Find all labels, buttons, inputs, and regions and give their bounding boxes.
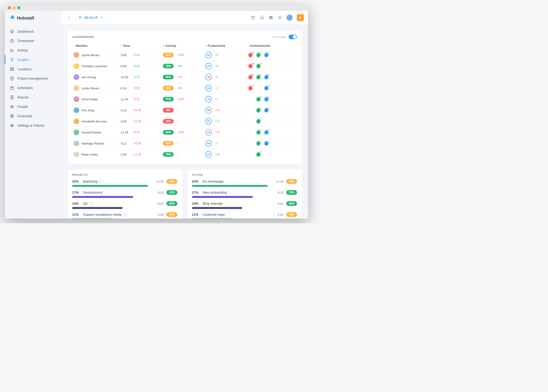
project-name: Fix homepage	[203, 180, 224, 183]
sidebar-item-schedules[interactable]: Schedules›	[5, 83, 61, 93]
project-item[interactable]: 14%QA$8:4265%	[72, 199, 177, 209]
popout-icon: ↗	[100, 16, 103, 20]
time-value: 14:00	[121, 76, 130, 79]
billable-icon: $	[99, 180, 103, 183]
sidebar-item-activity[interactable]: Activity›	[5, 46, 61, 55]
close-window-button[interactable]	[8, 6, 11, 9]
leaderboard-row[interactable]: Peter Jones2:35↓ 12:3075%=62↑ 131	[72, 149, 297, 160]
chevron-right-icon: ›	[55, 96, 56, 99]
todos-title: TO-DOS	[192, 174, 297, 176]
clock-icon	[10, 39, 14, 43]
timer-widget[interactable]: 02:44:15 ↗	[76, 14, 105, 21]
sidebar-item-people[interactable]: People›	[5, 102, 61, 111]
col-achievements[interactable]: ▾Achievements	[247, 44, 292, 48]
member-name: Peter Jones	[82, 153, 98, 156]
member-name: Santiago Ramos	[82, 142, 104, 145]
project-percent: 17%	[72, 191, 81, 194]
leaderboard-row[interactable]: Fen Zhao3:12↓ 32:006%=39↓ 1512	[72, 105, 297, 116]
bell-icon[interactable]	[260, 15, 264, 20]
help-icon[interactable]	[251, 15, 256, 20]
time-delta: ↓ 32:00	[132, 142, 141, 145]
progress-bar	[72, 185, 148, 187]
sidebar-item-timesheets[interactable]: Timesheets›	[5, 36, 61, 46]
main-area: 02:44:15 ↗ K LEADERBOARD	[61, 11, 308, 218]
project-item[interactable]: 17%Development9:2070%	[72, 188, 177, 198]
project-time: 12:35	[156, 180, 164, 183]
achievement-badge: 15	[247, 63, 254, 69]
leaderboard-row[interactable]: Ashvi Khatri11:24↓ 3:1575%↓ 18%75↓ 111	[72, 94, 297, 105]
calendar-icon	[10, 86, 14, 90]
sidebar-item-locations[interactable]: Locations›	[5, 64, 61, 74]
maximize-window-button[interactable]	[17, 6, 20, 9]
productivity-score: 60	[205, 63, 212, 69]
project-item[interactable]: 14%Blog redesign8:4265%	[192, 199, 297, 209]
col-member[interactable]: ▾Member	[74, 44, 121, 48]
leaderboard-row[interactable]: Linda Olsson6:10↓ 8:0049%↓ 5%58↓ 242	[72, 83, 297, 94]
billable-icon: $	[124, 213, 127, 217]
col-productivity[interactable]: ▾Productivity	[205, 44, 247, 48]
user-badge[interactable]: K	[297, 14, 304, 21]
leaderboard-panel: LEADERBOARD Trend data ▾Member ▾Time ▾Ac…	[67, 30, 302, 164]
nav-label: Locations	[17, 67, 31, 71]
time-delta: ↓ 3:15	[132, 98, 139, 101]
svg-point-16	[280, 16, 280, 17]
achievement-badge: 1	[256, 151, 262, 157]
leaderboard-row[interactable]: Annabelle de Leon2:35↓ 12:3015%=55↑ 121	[72, 116, 297, 127]
project-item[interactable]: 24%Fix homepage12:3548%	[192, 177, 297, 187]
project-time: 5:43	[277, 213, 283, 217]
productivity-score: 55	[205, 52, 212, 58]
sidebar-item-insights[interactable]: Insights	[5, 55, 61, 64]
svg-point-18	[278, 17, 279, 18]
leaderboard-row[interactable]: Gustaf Fischer11:24↓ 3:1565%↓ 18%23↓ 271…	[72, 127, 297, 138]
col-time[interactable]: ▾Time	[121, 44, 163, 48]
chevron-right-icon: ›	[55, 105, 56, 108]
project-percent: 24%	[192, 180, 201, 183]
minimize-window-button[interactable]	[13, 6, 15, 9]
member-name: Gustaf Fischer	[82, 131, 102, 134]
back-button[interactable]	[65, 14, 72, 21]
leaderboard-row[interactable]: Jen Anong14:00↑ 1:1565%↓ 7%34↑ 41121	[72, 71, 297, 83]
gift-icon[interactable]	[269, 15, 273, 20]
project-name: Marketing	[83, 180, 97, 183]
projects-panel: PROJECTS 24%Marketing$12:3548%17%Develop…	[67, 169, 182, 218]
leaderboard-row[interactable]: Christian Laurence9:30↑ 3:2070%↑ 4%60↑ 4…	[72, 60, 297, 71]
activity-delta: ↓ 18%	[176, 131, 184, 134]
svg-point-5	[11, 105, 12, 107]
apps-grid-icon[interactable]	[277, 15, 282, 20]
chevron-right-icon: ›	[55, 86, 56, 90]
project-item[interactable]: 11%Customer login5:4349%	[192, 210, 297, 218]
leaderboard-header: ▾Member ▾Time ▾Activity ▾Productivity ▾A…	[72, 42, 297, 49]
project-time: 5:43	[158, 213, 164, 217]
achievement-badge: 11	[247, 74, 254, 80]
hubstaff-logo-icon	[10, 15, 15, 21]
svg-point-19	[280, 17, 280, 18]
sidebar-item-project-management[interactable]: Project management›	[5, 74, 61, 83]
sidebar-item-settings-policies[interactable]: Settings & Policies›	[5, 121, 61, 130]
project-name: Blog redesign	[203, 202, 223, 205]
project-item[interactable]: 24%Marketing$12:3548%	[72, 177, 177, 187]
project-activity-pill: 70%	[166, 190, 177, 195]
sidebar-item-reports[interactable]: Reports›	[5, 93, 61, 102]
sidebar-item-financials[interactable]: Financials›	[5, 111, 61, 121]
time-value: 6:10	[121, 86, 130, 90]
trend-data-toggle[interactable]	[289, 35, 297, 39]
member-avatar	[74, 85, 79, 91]
gauge-icon	[10, 29, 14, 34]
project-item[interactable]: 17%New onboarding9:2070%	[192, 188, 297, 198]
time-delta: ↓ 3:15	[132, 131, 139, 134]
achievement-badge: 4	[247, 85, 254, 91]
project-item[interactable]: 11%Support escalations media$5:4349%	[72, 210, 177, 218]
leaderboard-row[interactable]: Sylvia Moran3:00↑ 2:2048%↑ 10%55↑ 62411	[72, 49, 297, 60]
sidebar-nav: DashboardTimesheets›Activity›InsightsLoc…	[5, 27, 61, 130]
people-icon	[10, 105, 14, 109]
activity-pill: 49%	[163, 141, 174, 146]
brand-logo[interactable]: Hubstaff	[5, 11, 61, 27]
leaderboard-row[interactable]: Santiago Ramos3:12↓ 32:0049%=60↓ 213	[72, 138, 297, 149]
profile-avatar[interactable]	[286, 14, 292, 21]
sidebar-item-dashboard[interactable]: Dashboard	[5, 27, 61, 36]
col-activity[interactable]: ▾Activity	[163, 44, 205, 48]
todos-panel: TO-DOS 24%Fix homepage12:3548%17%New onb…	[187, 169, 302, 218]
sliders-icon	[10, 123, 14, 128]
billable-icon: $	[90, 202, 93, 205]
productivity-delta: ↓ 2	[215, 142, 218, 145]
